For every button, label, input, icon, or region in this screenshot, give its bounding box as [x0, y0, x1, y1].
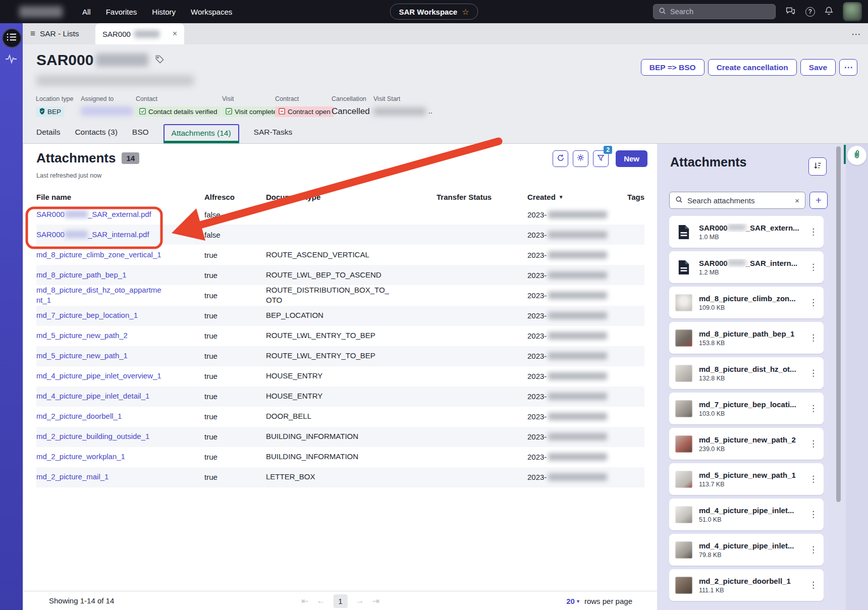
attachment-card[interactable]: md_5_picture_new_path_2239.0 KB ⋮: [669, 428, 824, 460]
rows-per-page-select[interactable]: 20 ▾: [566, 597, 579, 605]
sar-lists-button[interactable]: ≡ SAR - Lists: [30, 23, 79, 44]
first-page-icon[interactable]: ⇤: [301, 596, 308, 606]
file-link[interactable]: md_5_picture_new_path_1: [36, 351, 128, 361]
last-page-icon[interactable]: ⇥: [372, 596, 379, 606]
file-link[interactable]: md_2_picture_building_outside_1: [36, 431, 149, 441]
favorite-star-icon[interactable]: ☆: [462, 7, 469, 17]
activity-pulse-icon[interactable]: [5, 53, 17, 67]
name-redacted: [728, 259, 746, 266]
file-link[interactable]: md_7_picture_bep_location_1: [36, 310, 138, 320]
attachment-card[interactable]: md_8_picture_path_bep_1153.8 KB ⋮: [669, 322, 824, 354]
file-link[interactable]: md_4_picture_pipe_inlet_detail_1: [36, 391, 149, 401]
col-transfer-status[interactable]: Transfer Status: [437, 193, 527, 201]
next-page-icon[interactable]: →: [356, 596, 364, 606]
kebab-menu-icon[interactable]: ⋮: [809, 262, 818, 272]
file-link[interactable]: md_2_picture_doorbell_1: [36, 411, 122, 421]
created-value: 2023-: [527, 352, 623, 360]
attachments-search-input[interactable]: Search attachments ×: [669, 192, 805, 209]
file-link[interactable]: SAR000_SAR_internal.pdf: [36, 230, 149, 240]
attachment-name: md_5_picture_new_path_2: [699, 435, 796, 444]
attachment-card[interactable]: md_8_picture_dist_hz_ot...132.8 KB ⋮: [669, 357, 824, 389]
file-link[interactable]: md_5_picture_new_path_2: [36, 330, 128, 341]
kebab-menu-icon[interactable]: ⋮: [809, 509, 818, 520]
attachment-card[interactable]: SAR000_SAR_extern...1.0 MB ⋮: [669, 216, 824, 248]
doctype-value: ROUTE_LWL_BEP_TO_ASCEND: [266, 270, 437, 280]
notifications-bell-icon[interactable]: [825, 6, 833, 18]
attachment-card[interactable]: md_4_picture_pipe_inlet...79.8 KB ⋮: [669, 534, 824, 566]
col-tags[interactable]: Tags: [623, 193, 644, 201]
kebab-menu-icon[interactable]: ⋮: [809, 403, 818, 414]
attachment-name: md_8_picture_path_bep_1: [699, 329, 794, 338]
attachment-size: 153.8 KB: [699, 340, 794, 347]
file-link[interactable]: md_8_picture_path_bep_1: [36, 270, 126, 280]
created-redacted: [548, 453, 607, 461]
kebab-menu-icon[interactable]: ⋮: [809, 368, 818, 378]
col-document-type[interactable]: Document type: [266, 193, 437, 201]
refresh-button[interactable]: [553, 150, 568, 167]
kebab-menu-icon[interactable]: ⋮: [809, 332, 818, 343]
file-link[interactable]: md_2_picture_workplan_1: [36, 452, 125, 462]
attachment-card[interactable]: md_7_picture_bep_locati...103.0 KB ⋮: [669, 393, 824, 424]
nav-all[interactable]: All: [82, 8, 91, 16]
filter-button[interactable]: 2: [593, 150, 609, 167]
file-link[interactable]: md_8_picture_climb_zone_vertical_1: [36, 250, 161, 260]
kebab-menu-icon[interactable]: ⋮: [809, 544, 818, 555]
attachment-card[interactable]: md_8_picture_climb_zon...109.0 KB ⋮: [669, 287, 824, 318]
tab-bso[interactable]: BSO: [132, 128, 149, 143]
contact-status-chip: Contact details verified: [136, 106, 221, 117]
clear-search-icon[interactable]: ×: [795, 196, 799, 205]
lists-icon: ≡: [30, 29, 35, 39]
tab-attachments-active[interactable]: Attachments (14): [164, 124, 239, 143]
tab-sar-tasks[interactable]: SAR-Tasks: [254, 128, 293, 143]
new-attachment-button[interactable]: New: [616, 150, 647, 167]
created-redacted: [548, 271, 607, 279]
file-link[interactable]: md_2_picture_mail_1: [36, 472, 108, 482]
attachment-card[interactable]: md_5_picture_new_path_1113.7 KB ⋮: [669, 463, 824, 495]
tabstrip-more-icon[interactable]: ⋯: [851, 23, 861, 44]
col-alfresco[interactable]: Alfresco: [204, 193, 266, 201]
file-link[interactable]: md_8_picture_dist_hz_oto_appartment_1: [36, 285, 164, 306]
attachment-card[interactable]: md_4_picture_pipe_inlet...51.0 KB ⋮: [669, 498, 824, 530]
save-button[interactable]: Save: [800, 59, 836, 76]
feedback-icon[interactable]: [785, 6, 796, 18]
tab-contacts[interactable]: Contacts (3): [75, 128, 117, 143]
bep-bso-button[interactable]: BEP => BSO: [641, 59, 704, 76]
kebab-menu-icon[interactable]: ⋮: [809, 438, 818, 449]
nav-history[interactable]: History: [152, 8, 176, 16]
create-cancellation-button[interactable]: Create cancellation: [708, 59, 797, 76]
close-tab-icon[interactable]: ×: [173, 29, 177, 38]
open-document-tab[interactable]: SAR000 ×: [95, 23, 184, 44]
record-actions: BEP => BSO Create cancellation Save ⋯: [641, 59, 857, 76]
col-file-name[interactable]: File name: [36, 193, 204, 201]
kebab-menu-icon[interactable]: ⋮: [809, 580, 818, 590]
nav-workspaces[interactable]: Workspaces: [191, 8, 232, 16]
sort-attachments-button[interactable]: [808, 157, 827, 176]
alfresco-value: true: [204, 432, 266, 441]
tag-icon[interactable]: [155, 54, 165, 66]
user-avatar[interactable]: [843, 2, 862, 21]
add-attachment-button[interactable]: +: [809, 192, 828, 209]
main-menu-button[interactable]: [2, 28, 22, 48]
attachments-rail-button[interactable]: [847, 146, 866, 165]
kebab-menu-icon[interactable]: ⋮: [809, 474, 818, 484]
prev-page-icon[interactable]: ←: [317, 596, 326, 606]
current-page-button[interactable]: 1: [334, 594, 348, 608]
tab-details[interactable]: Details: [36, 128, 60, 143]
file-link[interactable]: md_4_picture_pipe_inlet_overview_1: [36, 371, 161, 381]
refresh-icon: [557, 154, 565, 164]
attachment-card[interactable]: SAR000_SAR_intern...1.2 MB ⋮: [669, 251, 824, 283]
settings-button[interactable]: [573, 150, 588, 167]
kebab-menu-icon[interactable]: ⋮: [809, 227, 818, 237]
panel-scrollbar[interactable]: [836, 146, 841, 502]
more-actions-button[interactable]: ⋯: [839, 59, 857, 76]
kebab-menu-icon[interactable]: ⋮: [809, 297, 818, 308]
attachment-card[interactable]: md_2_picture_doorbell_1111.1 KB ⋮: [669, 569, 824, 601]
global-search-input[interactable]: Search: [653, 4, 776, 19]
image-thumbnail: [675, 506, 692, 523]
workspace-pill[interactable]: SAR Workspace ☆: [390, 4, 478, 20]
col-created[interactable]: Created ▼: [527, 193, 623, 201]
nav-favorites[interactable]: Favorites: [106, 8, 137, 16]
file-link[interactable]: SAR000_SAR_external.pdf: [36, 209, 151, 219]
help-icon[interactable]: ?: [805, 7, 815, 17]
contract-status-chip: Contract open: [275, 106, 334, 117]
